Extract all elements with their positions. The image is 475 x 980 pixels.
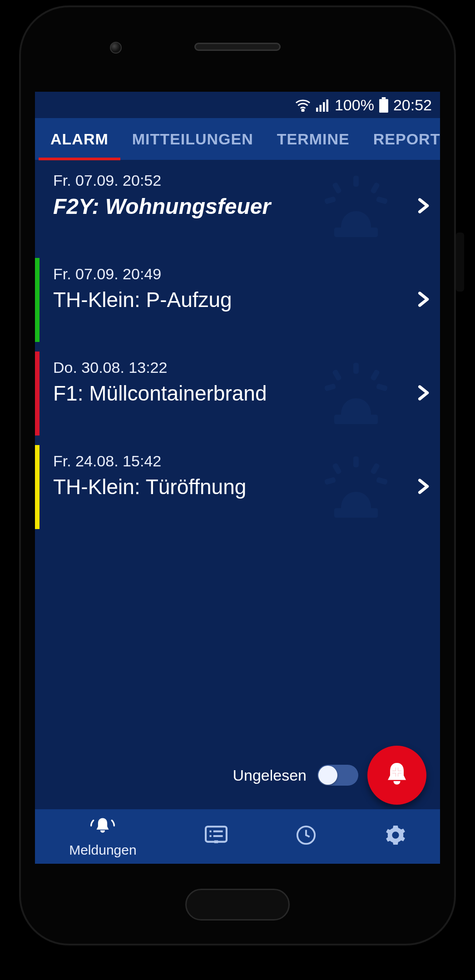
svg-rect-20 (353, 456, 359, 467)
clock-icon (296, 825, 317, 849)
svg-rect-14 (353, 363, 359, 374)
svg-rect-15 (332, 369, 342, 381)
bottom-nav: Meldungen (35, 809, 440, 864)
tab-label: REPORT (373, 130, 440, 148)
status-stripe (35, 351, 40, 436)
tab-alarm[interactable]: ALARM (39, 118, 120, 160)
svg-rect-28 (392, 771, 401, 773)
chevron-right-icon (414, 194, 432, 219)
svg-rect-3 (323, 102, 325, 112)
bell-alert-icon (90, 816, 115, 841)
alarm-item[interactable]: Fr. 24.08. 15:42 TH-Klein: Türöffnung (35, 441, 440, 534)
svg-rect-12 (376, 196, 388, 204)
status-stripe (35, 445, 40, 529)
tab-report[interactable]: REPORT (361, 118, 440, 160)
svg-point-0 (302, 109, 304, 112)
home-button[interactable] (185, 889, 290, 921)
svg-rect-17 (324, 383, 336, 391)
tab-bar: ALARM MITTEILUNGEN TERMINE REPORT (35, 118, 440, 160)
battery-icon (379, 97, 389, 113)
svg-rect-4 (326, 99, 328, 112)
tab-label: TERMINE (277, 130, 350, 148)
screen: 100% 20:52 ALARM MITTEILUNGEN TERMINE RE… (35, 92, 440, 864)
signal-icon (316, 98, 330, 112)
tab-termine[interactable]: TERMINE (265, 118, 361, 160)
status-bar: 100% 20:52 (35, 92, 440, 118)
status-stripe (35, 258, 40, 342)
alarm-title: TH-Klein: P-Aufzug (53, 287, 426, 312)
phone-frame: 100% 20:52 ALARM MITTEILUNGEN TERMINE RE… (19, 5, 456, 945)
svg-rect-11 (324, 196, 336, 204)
nav-clock[interactable] (296, 825, 317, 849)
svg-rect-21 (332, 462, 342, 475)
chevron-right-icon (414, 475, 432, 500)
alarm-item[interactable]: Fr. 07.09. 20:52 F2Y: Wohnungsfeuer (35, 160, 440, 253)
unread-toggle-label: Ungelesen (233, 767, 307, 784)
unread-toggle[interactable] (317, 765, 358, 786)
siren-icon (322, 172, 390, 242)
front-camera (110, 42, 122, 54)
svg-rect-19 (334, 508, 378, 518)
siren-icon (322, 452, 390, 522)
nav-settings[interactable] (385, 825, 406, 849)
siren-icon (322, 359, 390, 429)
svg-rect-9 (332, 182, 342, 194)
alarm-list: Fr. 07.09. 20:52 F2Y: Wohnungsfeuer (35, 160, 440, 534)
bell-plus-icon (383, 761, 411, 790)
svg-rect-18 (376, 383, 388, 391)
svg-rect-24 (376, 477, 388, 485)
nav-board[interactable] (205, 825, 228, 848)
clock-text: 20:52 (393, 96, 432, 114)
svg-rect-2 (319, 105, 322, 112)
nav-meldungen[interactable]: Meldungen (69, 816, 136, 858)
wifi-icon (295, 98, 311, 112)
svg-rect-8 (353, 176, 359, 187)
svg-rect-22 (370, 462, 380, 475)
bottom-overlay: Ungelesen (35, 741, 440, 809)
battery-percent: 100% (335, 96, 374, 114)
tab-label: MITTEILUNGEN (132, 130, 253, 148)
alarm-item[interactable]: Do. 30.08. 13:22 F1: Müllcontainerbrand (35, 347, 440, 441)
tab-label: ALARM (50, 130, 109, 148)
svg-rect-23 (324, 477, 336, 485)
svg-rect-16 (370, 369, 380, 381)
svg-rect-7 (334, 228, 378, 237)
svg-rect-6 (379, 99, 388, 113)
alarm-item[interactable]: Fr. 07.09. 20:49 TH-Klein: P-Aufzug (35, 253, 440, 347)
nav-label: Meldungen (69, 842, 136, 858)
alarm-date: Fr. 07.09. 20:49 (53, 265, 426, 283)
svg-rect-5 (382, 97, 386, 99)
gear-icon (385, 825, 406, 849)
svg-rect-1 (316, 108, 318, 112)
chevron-right-icon (414, 381, 432, 406)
svg-rect-29 (206, 827, 227, 841)
tab-mitteilungen[interactable]: MITTEILUNGEN (120, 118, 265, 160)
speaker-grille (194, 43, 281, 51)
power-button (456, 233, 464, 292)
svg-rect-13 (334, 415, 378, 424)
switch-knob (318, 766, 337, 785)
chevron-right-icon (414, 288, 432, 312)
svg-point-36 (393, 832, 398, 837)
board-icon (205, 825, 228, 848)
new-alarm-fab[interactable] (367, 746, 426, 805)
svg-rect-10 (370, 182, 380, 194)
